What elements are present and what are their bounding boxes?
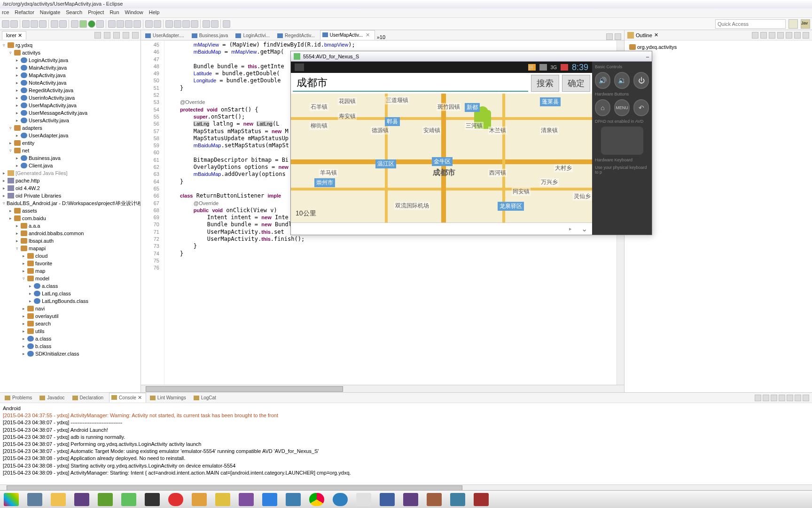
tree-node[interactable]: ▸LatLngBounds.class — [1, 297, 140, 305]
console-tab[interactable]: Declaration — [70, 394, 108, 402]
back-icon[interactable]: ↶ — [633, 99, 649, 116]
min-icon[interactable] — [123, 32, 129, 39]
tool-icon[interactable] — [174, 20, 181, 28]
filter-icon[interactable] — [769, 32, 775, 39]
tree-node[interactable]: ▿BaiduLBS_Android.jar - D:\Workspaces\pr… — [1, 199, 140, 207]
tool-icon[interactable] — [22, 20, 30, 28]
tree-node[interactable]: ▸lbsapi.auth — [1, 237, 140, 245]
task-icon[interactable] — [74, 493, 89, 506]
filter-icon[interactable] — [794, 32, 801, 39]
link-icon[interactable] — [104, 32, 110, 39]
tool-icon[interactable] — [59, 20, 67, 28]
console-tab[interactable]: Javadoc — [38, 394, 68, 402]
more-tabs[interactable]: »10 — [377, 34, 385, 40]
chevron-down-icon[interactable]: ⌄ — [581, 224, 587, 233]
tree-node[interactable]: ▸navi — [1, 305, 140, 312]
task-icon[interactable] — [380, 493, 395, 506]
tree-node[interactable]: ▸MapActivity.java — [1, 71, 140, 79]
fwd-icon[interactable] — [211, 20, 219, 28]
tree-node[interactable]: ▸Client.java — [1, 162, 140, 169]
power-icon[interactable]: ⏻ — [633, 72, 649, 89]
tree-node[interactable]: ▸LoginActivity.java — [1, 56, 140, 64]
volume-icon[interactable]: 🔊 — [595, 72, 610, 89]
tree-node[interactable]: ▸UserMapActivity.java — [1, 102, 140, 109]
task-icon[interactable] — [427, 493, 442, 506]
tree-node[interactable]: ▸NoteActivity.java — [1, 79, 140, 87]
task-icon[interactable] — [215, 493, 230, 506]
tree-node[interactable]: ▸android.bbalbs.common — [1, 230, 140, 237]
tree-node[interactable]: ▸UserAdapter.java — [1, 132, 140, 139]
tree-node[interactable]: ▸[Generated Java Files] — [1, 169, 140, 177]
console-tool-icon[interactable] — [771, 395, 777, 401]
map-view[interactable]: 成都市 10公里 石羊镇花园镇三道堰镇斑竹园镇新都柳街镇寿安镇郫县安靖镇三河镇木… — [291, 94, 592, 222]
tree-node[interactable]: ▸Business.java — [1, 154, 140, 162]
max-icon[interactable] — [803, 395, 809, 401]
minimize-icon[interactable]: – — [646, 54, 649, 59]
tool-icon[interactable] — [145, 20, 153, 28]
tree-node[interactable]: ▸overlayutil — [1, 312, 140, 320]
menu-item[interactable]: Window — [125, 9, 143, 16]
task-icon[interactable] — [286, 493, 301, 506]
tree-node[interactable]: ▸map — [1, 267, 140, 275]
task-icon[interactable] — [450, 493, 465, 506]
emulator-titlebar[interactable]: 5554:AVD_for_Nexus_S – — [291, 51, 652, 62]
menu-icon[interactable] — [803, 32, 809, 39]
outline-item[interactable]: org.ydxq.activitys — [627, 43, 809, 51]
close-icon[interactable]: ✕ — [654, 32, 658, 38]
collapse-icon[interactable] — [94, 32, 101, 39]
java-perspective-icon[interactable]: Jav — [801, 19, 810, 29]
task-icon[interactable] — [474, 493, 489, 506]
run-icon[interactable] — [88, 20, 95, 28]
tool-icon[interactable] — [133, 20, 141, 28]
tree-node[interactable]: ▸UserinfoActivity.java — [1, 94, 140, 102]
console-tab[interactable]: Console ✕ — [109, 393, 146, 403]
eclipse-icon[interactable] — [403, 493, 418, 506]
tree-node[interactable]: ▸UsersActivity.java — [1, 117, 140, 124]
explorer-tab[interactable]: lorer ✕ — [2, 31, 26, 40]
tool-icon[interactable] — [96, 20, 104, 28]
tree-node[interactable]: ▸favorite — [1, 260, 140, 267]
new-icon[interactable] — [2, 20, 9, 28]
editor-tab[interactable]: Business.java — [189, 31, 234, 40]
tree-node[interactable]: ▸cloud — [1, 252, 140, 260]
home-icon[interactable]: ⌂ — [595, 99, 610, 116]
tree-node[interactable]: ▸pache.http — [1, 177, 140, 184]
chrome-icon[interactable] — [309, 493, 324, 506]
arrow-right-icon[interactable]: ▸ — [569, 226, 572, 232]
tool-icon[interactable] — [191, 20, 198, 28]
editor-tab[interactable]: UserAdapter.... — [143, 31, 189, 40]
browser-icon[interactable] — [121, 493, 136, 506]
task-icon[interactable] — [356, 493, 371, 506]
console-tab[interactable]: Problems — [3, 394, 36, 402]
debug-icon[interactable] — [79, 20, 87, 28]
filter-icon[interactable] — [760, 32, 767, 39]
tree-node[interactable]: ▸oid Private Libraries — [1, 192, 140, 199]
console-output[interactable]: Android [2015-04-23 04:37:55 - ydxq] Act… — [0, 403, 812, 484]
tool-icon[interactable] — [182, 20, 190, 28]
tool-icon[interactable] — [51, 20, 58, 28]
sort-icon[interactable] — [752, 32, 758, 39]
tree-node[interactable]: ▿activitys — [1, 49, 140, 56]
tree-node[interactable]: ▿mapapi — [1, 245, 140, 252]
tool-icon[interactable] — [31, 20, 38, 28]
max-icon[interactable] — [132, 32, 139, 39]
editor-tab[interactable]: UserMapActiv...✕ — [320, 30, 375, 40]
console-tab[interactable]: LogCat — [192, 394, 220, 402]
console-tool-icon[interactable] — [755, 395, 761, 401]
tool-icon[interactable] — [154, 20, 161, 28]
media-icon[interactable] — [333, 493, 348, 506]
tree-node[interactable]: ▿model — [1, 275, 140, 282]
tool-icon[interactable] — [117, 20, 124, 28]
tree-node[interactable]: ▸utils — [1, 327, 140, 335]
console-tool-icon[interactable] — [787, 395, 793, 401]
tree-node[interactable]: ▸oid 4.4W.2 — [1, 184, 140, 192]
tree-node[interactable]: ▿adapters — [1, 124, 140, 132]
tree-node[interactable]: ▸a.class — [1, 335, 140, 342]
tool-icon[interactable] — [223, 20, 230, 28]
tree-node[interactable]: ▸search — [1, 320, 140, 327]
back-icon[interactable] — [203, 20, 210, 28]
search-button[interactable]: 搜索 — [531, 75, 559, 92]
explorer-icon[interactable] — [51, 493, 66, 506]
tree-node[interactable]: ▸assets — [1, 207, 140, 214]
menu-item[interactable]: Search — [66, 9, 82, 16]
